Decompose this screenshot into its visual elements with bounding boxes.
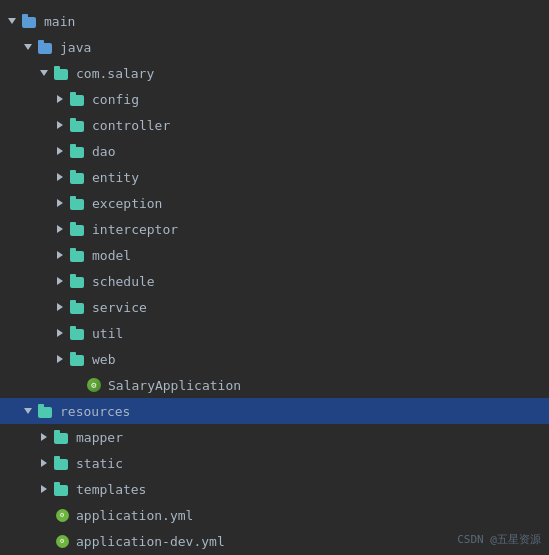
item-label-exception: exception [92, 196, 162, 211]
file-icon-util [70, 325, 86, 341]
tree-item-resources[interactable]: resources [0, 398, 549, 424]
file-tree: mainjavacom.salaryconfigcontrollerdaoent… [0, 0, 549, 555]
file-icon-model [70, 247, 86, 263]
item-label-schedule: schedule [92, 274, 155, 289]
tree-item-main[interactable]: main [0, 8, 549, 34]
item-label-web: web [92, 352, 115, 367]
arrow-icon-templates[interactable] [36, 481, 52, 497]
item-label-mapper: mapper [76, 430, 123, 445]
tree-item-static[interactable]: static [0, 450, 549, 476]
arrow-icon-main[interactable] [4, 13, 20, 29]
file-icon-mapper [54, 429, 70, 445]
svg-marker-15 [41, 433, 47, 441]
file-icon-schedule [70, 273, 86, 289]
arrow-icon-util[interactable] [52, 325, 68, 341]
file-icon-config [70, 91, 86, 107]
file-icon-controller [70, 117, 86, 133]
svg-marker-6 [57, 173, 63, 181]
file-icon-main [22, 13, 38, 29]
item-label-SalaryApplication: SalaryApplication [108, 378, 241, 393]
tree-item-model[interactable]: model [0, 242, 549, 268]
item-label-interceptor: interceptor [92, 222, 178, 237]
arrow-icon-controller[interactable] [52, 117, 68, 133]
tree-item-mapper[interactable]: mapper [0, 424, 549, 450]
tree-item-controller[interactable]: controller [0, 112, 549, 138]
svg-marker-8 [57, 225, 63, 233]
arrow-icon-schedule[interactable] [52, 273, 68, 289]
item-label-com.salary: com.salary [76, 66, 154, 81]
arrow-icon-dao[interactable] [52, 143, 68, 159]
arrow-icon-java[interactable] [20, 39, 36, 55]
svg-marker-7 [57, 199, 63, 207]
svg-marker-9 [57, 251, 63, 259]
file-icon-application-dev.yml: ⚙ [54, 533, 70, 549]
file-icon-application.yml: ⚙ [54, 507, 70, 523]
svg-marker-12 [57, 329, 63, 337]
file-icon-service [70, 299, 86, 315]
item-label-service: service [92, 300, 147, 315]
item-label-controller: controller [92, 118, 170, 133]
arrow-icon-mapper[interactable] [36, 429, 52, 445]
tree-item-config[interactable]: config [0, 86, 549, 112]
tree-item-entity[interactable]: entity [0, 164, 549, 190]
item-label-main: main [44, 14, 75, 29]
tree-item-dao[interactable]: dao [0, 138, 549, 164]
arrow-icon-model[interactable] [52, 247, 68, 263]
item-label-static: static [76, 456, 123, 471]
arrow-icon-interceptor[interactable] [52, 221, 68, 237]
svg-marker-3 [57, 95, 63, 103]
file-icon-web [70, 351, 86, 367]
item-label-java: java [60, 40, 91, 55]
tree-item-schedule[interactable]: schedule [0, 268, 549, 294]
arrow-icon-static[interactable] [36, 455, 52, 471]
file-icon-interceptor [70, 221, 86, 237]
file-icon-entity [70, 169, 86, 185]
svg-marker-5 [57, 147, 63, 155]
tree-item-service[interactable]: service [0, 294, 549, 320]
arrow-icon-resources[interactable] [20, 403, 36, 419]
svg-marker-10 [57, 277, 63, 285]
tree-item-util[interactable]: util [0, 320, 549, 346]
tree-item-templates[interactable]: templates [0, 476, 549, 502]
tree-item-exception[interactable]: exception [0, 190, 549, 216]
item-label-config: config [92, 92, 139, 107]
svg-marker-4 [57, 121, 63, 129]
file-icon-com.salary [54, 65, 70, 81]
svg-marker-14 [24, 408, 32, 414]
svg-marker-0 [8, 18, 16, 24]
svg-marker-2 [40, 70, 48, 76]
item-label-model: model [92, 248, 131, 263]
item-label-application-dev.yml: application-dev.yml [76, 534, 225, 549]
item-label-application.yml: application.yml [76, 508, 193, 523]
item-label-resources: resources [60, 404, 130, 419]
svg-marker-17 [41, 485, 47, 493]
item-label-dao: dao [92, 144, 115, 159]
tree-item-web[interactable]: web [0, 346, 549, 372]
arrow-icon-service[interactable] [52, 299, 68, 315]
item-label-util: util [92, 326, 123, 341]
svg-marker-1 [24, 44, 32, 50]
item-label-templates: templates [76, 482, 146, 497]
item-label-entity: entity [92, 170, 139, 185]
arrow-icon-entity[interactable] [52, 169, 68, 185]
svg-marker-13 [57, 355, 63, 363]
arrow-icon-exception[interactable] [52, 195, 68, 211]
file-icon-templates [54, 481, 70, 497]
tree-item-java[interactable]: java [0, 34, 549, 60]
arrow-icon-config[interactable] [52, 91, 68, 107]
svg-marker-16 [41, 459, 47, 467]
svg-marker-11 [57, 303, 63, 311]
file-icon-static [54, 455, 70, 471]
file-icon-java [38, 39, 54, 55]
tree-item-application.yml[interactable]: ⚙application.yml [0, 502, 549, 528]
tree-item-SalaryApplication[interactable]: ⚙SalaryApplication [0, 372, 549, 398]
file-icon-dao [70, 143, 86, 159]
file-icon-exception [70, 195, 86, 211]
file-icon-SalaryApplication: ⚙ [86, 377, 102, 393]
tree-item-interceptor[interactable]: interceptor [0, 216, 549, 242]
arrow-icon-com.salary[interactable] [36, 65, 52, 81]
watermark: CSDN @五星资源 [457, 532, 541, 547]
file-icon-resources [38, 403, 54, 419]
tree-item-com.salary[interactable]: com.salary [0, 60, 549, 86]
arrow-icon-web[interactable] [52, 351, 68, 367]
